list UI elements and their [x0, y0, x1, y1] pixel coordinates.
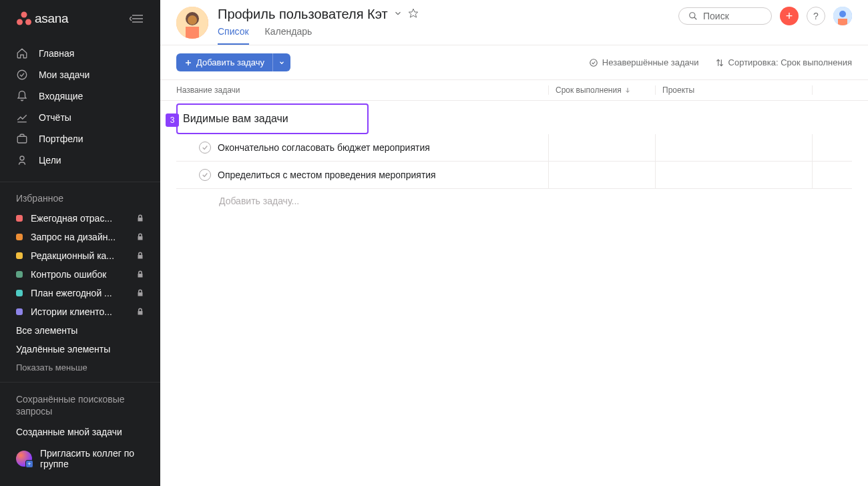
add-task-split-button: Добавить задачу	[176, 53, 290, 71]
nav-home[interactable]: Главная	[0, 43, 160, 64]
sort-button[interactable]: Сортировка: Срок выполнения	[715, 57, 852, 67]
add-task-inline[interactable]: Добавить задачу...	[176, 189, 852, 213]
column-task-name[interactable]: Название задачи	[176, 85, 548, 95]
tab-calendar[interactable]: Календарь	[265, 26, 312, 45]
lock-icon	[136, 214, 144, 222]
column-due-date[interactable]: Срок выполнения	[548, 85, 655, 95]
main-content: Профиль пользователя Кэт Список Календар…	[160, 0, 868, 486]
svg-point-0	[21, 12, 27, 18]
project-item[interactable]: Запрос на дизайн...	[0, 228, 160, 246]
sort-label: Сортировка: Срок выполнения	[728, 57, 852, 67]
svg-line-15	[694, 17, 697, 20]
column-add[interactable]	[812, 85, 852, 95]
project-item[interactable]: План ежегодной ...	[0, 284, 160, 302]
logo[interactable]: asana	[16, 11, 68, 26]
nav-reports[interactable]: Отчёты	[0, 107, 160, 128]
saved-searches-header: Сохранённые поисковые запросы	[0, 388, 160, 423]
invite-avatar-icon: +	[16, 451, 32, 467]
nav-section: Главная Мои задачи Входящие Отчёты Портф…	[0, 37, 160, 176]
task-row[interactable]: Определиться с местом проведения меропри…	[176, 162, 852, 189]
bell-icon	[16, 90, 28, 102]
search-placeholder: Поиск	[703, 11, 729, 21]
mark-complete-button[interactable]	[199, 169, 211, 181]
title-dropdown-button[interactable]	[393, 9, 403, 20]
task-due-date-cell[interactable]	[548, 134, 655, 161]
sidebar: asana Главная Мои задачи Входящие Отчёты	[0, 0, 160, 486]
project-item[interactable]: Истории клиенто...	[0, 302, 160, 321]
nav-goals[interactable]: Цели	[0, 150, 160, 171]
favorites-header: Избранное	[0, 188, 160, 209]
check-circle-icon	[589, 58, 598, 67]
project-color-dot	[16, 308, 23, 315]
project-color-dot	[16, 271, 23, 278]
filter-incomplete-button[interactable]: Незавершённые задачи	[589, 57, 699, 67]
column-projects[interactable]: Проекты	[655, 85, 812, 95]
deleted-items-link[interactable]: Удалённые элементы	[0, 340, 160, 358]
chart-icon	[16, 111, 28, 124]
task-name: Определиться с местом проведения меропри…	[218, 170, 436, 180]
project-item[interactable]: Контроль ошибок	[0, 265, 160, 284]
invite-teammates-button[interactable]: + Пригласить коллег по группе	[0, 441, 160, 476]
project-name: План ежегодной ...	[31, 288, 128, 298]
svg-point-8	[20, 156, 24, 160]
nav-portfolios[interactable]: Портфели	[0, 128, 160, 150]
task-projects-cell[interactable]	[655, 134, 812, 161]
logo-text: asana	[35, 11, 68, 26]
project-item[interactable]: Редакционный ка...	[0, 246, 160, 265]
tasks-created-by-me-link[interactable]: Созданные мной задачи	[0, 423, 160, 441]
asana-logo-icon	[16, 11, 32, 26]
mark-complete-button[interactable]	[199, 142, 211, 154]
task-name: Окончательно согласовать бюджет мероприя…	[218, 142, 430, 153]
nav-label: Портфели	[39, 134, 83, 144]
task-due-date-cell[interactable]	[548, 162, 655, 188]
column-headers: Название задачи Срок выполнения Проекты	[160, 79, 868, 101]
project-color-dot	[16, 252, 23, 259]
nav-label: Мои задачи	[39, 69, 89, 80]
search-icon	[688, 11, 698, 21]
favorite-star-button[interactable]	[408, 8, 419, 21]
nav-label: Главная	[39, 48, 74, 59]
task-end-cell	[812, 134, 852, 161]
lock-icon	[136, 289, 144, 297]
svg-marker-13	[409, 9, 417, 17]
page-title: Профиль пользователя Кэт	[218, 7, 388, 22]
lock-icon	[136, 252, 144, 260]
global-add-button[interactable]: +	[780, 7, 799, 25]
svg-point-11	[188, 15, 197, 25]
help-button[interactable]: ?	[807, 7, 825, 25]
task-row[interactable]: Окончательно согласовать бюджет мероприя…	[176, 134, 852, 162]
all-items-link[interactable]: Все элементы	[0, 321, 160, 340]
add-task-dropdown-button[interactable]	[272, 53, 290, 71]
chevron-down-icon	[278, 59, 285, 66]
collapse-sidebar-button[interactable]	[126, 8, 147, 29]
search-input[interactable]: Поиск	[678, 7, 772, 25]
svg-point-2	[25, 19, 31, 25]
lock-icon	[136, 308, 144, 316]
svg-rect-18	[838, 19, 847, 25]
svg-point-1	[17, 19, 23, 25]
nav-label: Цели	[39, 155, 61, 166]
nav-inbox[interactable]: Входящие	[0, 85, 160, 107]
sort-icon	[715, 58, 724, 67]
profile-avatar[interactable]	[176, 7, 208, 39]
project-color-dot	[16, 290, 23, 296]
add-task-button[interactable]: Добавить задачу	[176, 53, 272, 71]
invite-label: Пригласить коллег по группе	[40, 448, 144, 469]
project-name: Истории клиенто...	[31, 306, 128, 317]
check-circle-icon	[16, 69, 28, 81]
svg-point-6	[17, 70, 27, 79]
svg-rect-7	[17, 136, 27, 143]
show-less-link[interactable]: Показать меньше	[0, 358, 160, 377]
task-projects-cell[interactable]	[655, 162, 812, 188]
project-color-dot	[16, 234, 23, 240]
section-title[interactable]: Видимые вам задачи	[176, 103, 369, 134]
filter-label: Незавершённые задачи	[602, 57, 699, 67]
svg-point-21	[590, 59, 598, 66]
tab-list[interactable]: Список	[218, 26, 249, 45]
add-task-label: Добавить задачу	[196, 57, 264, 67]
svg-point-14	[690, 13, 695, 18]
user-menu-avatar[interactable]	[833, 7, 852, 25]
project-item[interactable]: Ежегодная отрас...	[0, 209, 160, 228]
project-name: Запрос на дизайн...	[31, 232, 128, 242]
nav-my-tasks[interactable]: Мои задачи	[0, 64, 160, 85]
